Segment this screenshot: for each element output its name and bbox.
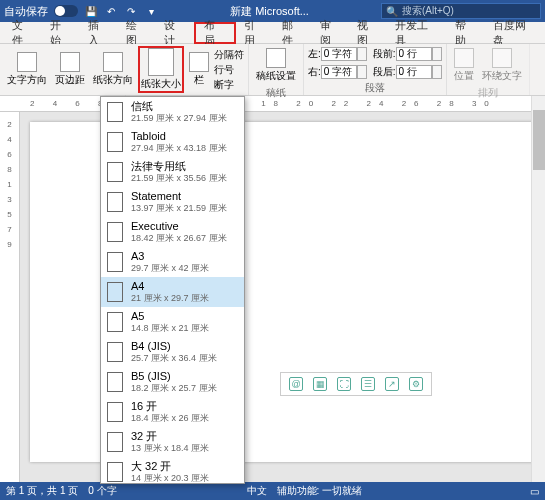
paper-dimensions: 27.94 厘米 x 43.18 厘米: [131, 143, 227, 154]
tool-icon-2[interactable]: ▦: [313, 377, 327, 391]
tab-design[interactable]: 设计: [156, 22, 194, 44]
autosave-toggle[interactable]: [54, 5, 78, 17]
paper-name: B5 (JIS): [131, 370, 217, 383]
paper-dimensions: 21.59 厘米 x 27.94 厘米: [131, 113, 227, 124]
tab-mailings[interactable]: 邮件: [274, 22, 312, 44]
paper-size-option[interactable]: 法律专用纸21.59 厘米 x 35.56 厘米: [101, 157, 244, 187]
page-icon: [107, 192, 123, 212]
paper-size-option[interactable]: 大 32 开14 厘米 x 20.3 厘米: [101, 457, 244, 484]
group-manuscript: 稿纸设置 稿纸: [249, 44, 304, 95]
page-count[interactable]: 第 1 页，共 1 页: [6, 484, 78, 498]
group-page-setup: 文字方向 页边距 纸张方向 纸张大小 栏 分隔符 行号 断字 页面设置: [0, 44, 249, 95]
page-icon: [107, 222, 123, 242]
tab-insert[interactable]: 插入: [80, 22, 118, 44]
language[interactable]: 中文: [247, 484, 267, 498]
paper-dimensions: 25.7 厘米 x 36.4 厘米: [131, 353, 217, 364]
tab-help[interactable]: 帮助: [447, 22, 485, 44]
paper-name: 16 开: [131, 400, 209, 413]
tab-home[interactable]: 开始: [42, 22, 80, 44]
columns-button[interactable]: 栏: [186, 50, 212, 89]
paper-size-option[interactable]: 32 开13 厘米 x 18.4 厘米: [101, 427, 244, 457]
paper-size-option[interactable]: 16 开18.4 厘米 x 26 厘米: [101, 397, 244, 427]
paper-size-option[interactable]: Tabloid27.94 厘米 x 43.18 厘米: [101, 127, 244, 157]
paper-dimensions: 14 厘米 x 20.3 厘米: [131, 473, 209, 484]
indent-right[interactable]: 右:: [308, 65, 367, 79]
tab-draw[interactable]: 绘图: [118, 22, 156, 44]
paper-name: A3: [131, 250, 209, 263]
paper-dimensions: 21 厘米 x 29.7 厘米: [131, 293, 209, 304]
spacing-before[interactable]: 段前:: [373, 47, 442, 61]
paper-name: Statement: [131, 190, 227, 203]
page-icon: [107, 432, 123, 452]
paper-size-option[interactable]: A329.7 厘米 x 42 厘米: [101, 247, 244, 277]
autosave-label: 自动保存: [4, 4, 48, 19]
ruler-vertical[interactable]: 246813579: [0, 112, 20, 482]
undo-icon[interactable]: ↶: [104, 4, 118, 18]
page-icon: [107, 102, 123, 122]
page-icon: [107, 372, 123, 392]
paper-name: 32 开: [131, 430, 209, 443]
page-icon: [107, 162, 123, 182]
indent-left[interactable]: 左:: [308, 47, 367, 61]
tab-review[interactable]: 审阅: [312, 22, 350, 44]
ribbon: 文字方向 页边距 纸张方向 纸张大小 栏 分隔符 行号 断字 页面设置 稿纸设置…: [0, 44, 545, 96]
paper-dimensions: 18.4 厘米 x 26 厘米: [131, 413, 209, 424]
word-count[interactable]: 0 个字: [88, 484, 116, 498]
page-icon: [107, 252, 123, 272]
paper-name: 大 32 开: [131, 460, 209, 473]
page-icon: [107, 402, 123, 422]
page-icon: [107, 462, 123, 482]
paper-size-option[interactable]: A514.8 厘米 x 21 厘米: [101, 307, 244, 337]
paper-size-button[interactable]: 纸张大小: [138, 46, 184, 93]
save-icon[interactable]: 💾: [84, 4, 98, 18]
redo-icon[interactable]: ↷: [124, 4, 138, 18]
paper-dimensions: 13 厘米 x 18.4 厘米: [131, 443, 209, 454]
tool-icon-3[interactable]: ⛶: [337, 377, 351, 391]
paper-size-option[interactable]: A421 厘米 x 29.7 厘米: [101, 277, 244, 307]
scrollbar-vertical[interactable]: [531, 96, 545, 482]
hyphenation-button[interactable]: 断字: [214, 78, 244, 92]
paper-name: A4: [131, 280, 209, 293]
orientation-button[interactable]: 纸张方向: [90, 50, 136, 89]
paper-size-option[interactable]: 信纸21.59 厘米 x 27.94 厘米: [101, 97, 244, 127]
page-area: @ ▦ ⛶ ☰ ↗ ⚙: [20, 112, 545, 482]
paper-dimensions: 14.8 厘米 x 21 厘米: [131, 323, 209, 334]
paper-dimensions: 29.7 厘米 x 42 厘米: [131, 263, 209, 274]
paper-name: 信纸: [131, 100, 227, 113]
focus-icon[interactable]: ▭: [530, 486, 539, 497]
group-arrange: 位置 环绕文字 排列: [447, 44, 530, 95]
margins-button[interactable]: 页边距: [52, 50, 88, 89]
paper-size-option[interactable]: Statement13.97 厘米 x 21.59 厘米: [101, 187, 244, 217]
tab-file[interactable]: 文件: [4, 22, 42, 44]
tool-icon-1[interactable]: @: [289, 377, 303, 391]
text-direction-button[interactable]: 文字方向: [4, 50, 50, 89]
breaks-button[interactable]: 分隔符: [214, 48, 244, 62]
tab-developer[interactable]: 开发工具: [387, 22, 447, 44]
line-numbers-button[interactable]: 行号: [214, 63, 244, 77]
page-icon: [107, 282, 123, 302]
paper-dimensions: 18.42 厘米 x 26.67 厘米: [131, 233, 227, 244]
tool-icon-4[interactable]: ☰: [361, 377, 375, 391]
page-icon: [107, 132, 123, 152]
search-icon: 🔍: [386, 6, 398, 17]
tool-icon-6[interactable]: ⚙: [409, 377, 423, 391]
tab-baidu[interactable]: 百度网盘: [485, 22, 545, 44]
spacing-after[interactable]: 段后:: [373, 65, 442, 79]
statusbar: 第 1 页，共 1 页 0 个字 中文 辅助功能: 一切就绪 ▭: [0, 482, 545, 500]
dropdown-icon[interactable]: ▾: [144, 4, 158, 18]
paper-size-option[interactable]: Executive18.42 厘米 x 26.67 厘米: [101, 217, 244, 247]
position-button: 位置: [451, 46, 477, 85]
tab-layout[interactable]: 布局: [194, 22, 236, 44]
ribbon-tabs: 文件 开始 插入 绘图 设计 布局 引用 邮件 审阅 视图 开发工具 帮助 百度…: [0, 22, 545, 44]
manuscript-button[interactable]: 稿纸设置: [253, 46, 299, 85]
accessibility-status[interactable]: 辅助功能: 一切就绪: [277, 484, 363, 498]
paper-dimensions: 21.59 厘米 x 35.56 厘米: [131, 173, 227, 184]
paper-size-option[interactable]: B5 (JIS)18.2 厘米 x 25.7 厘米: [101, 367, 244, 397]
floating-toolbar: @ ▦ ⛶ ☰ ↗ ⚙: [280, 372, 432, 396]
tool-icon-5[interactable]: ↗: [385, 377, 399, 391]
paper-size-option[interactable]: B4 (JIS)25.7 厘米 x 36.4 厘米: [101, 337, 244, 367]
page-icon: [107, 312, 123, 332]
tab-references[interactable]: 引用: [236, 22, 274, 44]
tab-view[interactable]: 视图: [349, 22, 387, 44]
paper-name: Executive: [131, 220, 227, 233]
